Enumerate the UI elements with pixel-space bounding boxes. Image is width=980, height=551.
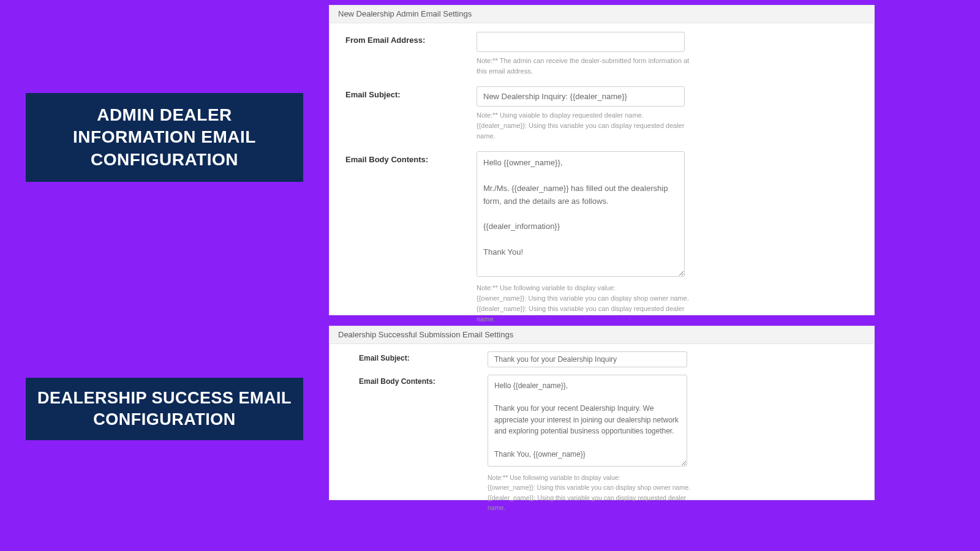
from-email-row: From Email Address: bbox=[345, 32, 859, 52]
success-subject-row: Email Subject: bbox=[359, 351, 858, 367]
success-panel-body: Email Subject: Email Body Contents: Note… bbox=[330, 344, 874, 522]
left-label-admin-email: ADMIN DEALER INFORMATION EMAIL CONFIGURA… bbox=[26, 93, 303, 182]
success-body-label: Email Body Contents: bbox=[359, 375, 488, 386]
from-email-note-block: Note:** The admin can receive the dealer… bbox=[477, 56, 691, 77]
success-body-note-title: Note:** Use following variable to displa… bbox=[488, 473, 702, 482]
admin-body-textarea[interactable] bbox=[477, 151, 685, 277]
admin-subject-note-block: Note:** Using vaiable to display request… bbox=[477, 110, 691, 141]
admin-subject-note2: {{dealer_name}}: Using this variable you… bbox=[477, 121, 691, 141]
success-panel-header: Dealership Successful Submission Email S… bbox=[330, 326, 874, 344]
from-email-input[interactable] bbox=[477, 32, 685, 52]
success-subject-label: Email Subject: bbox=[359, 351, 488, 362]
success-email-settings-panel: Dealership Successful Submission Email S… bbox=[329, 326, 875, 500]
success-body-textarea[interactable] bbox=[488, 375, 687, 467]
admin-subject-label: Email Subject: bbox=[345, 86, 477, 99]
admin-body-label: Email Body Contents: bbox=[345, 151, 477, 164]
admin-email-settings-panel: New Dealership Admin Email Settings From… bbox=[329, 5, 875, 315]
admin-body-note-title: Note:** Use following variable to displa… bbox=[477, 283, 691, 293]
admin-subject-row: Email Subject: bbox=[345, 86, 859, 107]
admin-body-row: Email Body Contents: bbox=[345, 151, 859, 279]
admin-panel-header: New Dealership Admin Email Settings bbox=[330, 6, 874, 23]
admin-panel-body: From Email Address: Note:** The admin ca… bbox=[330, 23, 874, 367]
from-email-note: Note:** The admin can receive the dealer… bbox=[477, 56, 691, 77]
from-email-label: From Email Address: bbox=[345, 32, 477, 45]
success-body-note-block: Note:** Use following variable to displa… bbox=[488, 473, 702, 512]
success-body-note1: {{owner_name}}: Using this variable you … bbox=[488, 482, 702, 492]
left-label-success-email: DEALERSHIP SUCCESS EMAIL CONFIGURATION bbox=[26, 378, 303, 440]
admin-subject-note1: Note:** Using vaiable to display request… bbox=[477, 110, 691, 121]
success-subject-input[interactable] bbox=[488, 351, 687, 367]
admin-body-note2: {{dealer_name}}: Using this variable you… bbox=[477, 304, 691, 324]
admin-subject-input[interactable] bbox=[477, 86, 685, 107]
success-body-row: Email Body Contents: bbox=[359, 375, 858, 469]
success-body-note2: {{dealer_name}}: Using this variable you… bbox=[488, 493, 702, 513]
admin-body-note1: {{owner_name}}: Using this variable you … bbox=[477, 293, 691, 304]
